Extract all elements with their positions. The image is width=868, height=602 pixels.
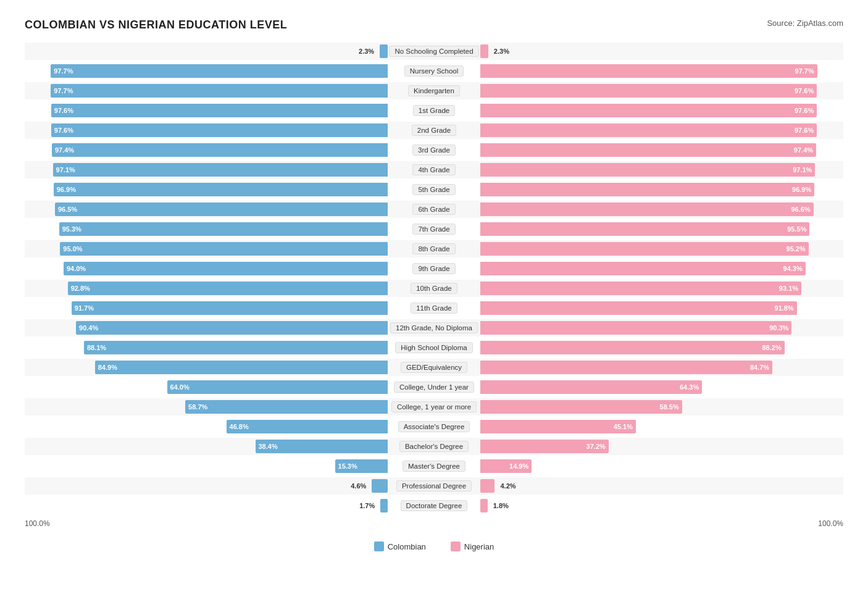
left-section: 58.7% bbox=[25, 400, 388, 414]
left-section: 88.1% bbox=[25, 341, 388, 354]
blue-value: 97.6% bbox=[51, 107, 77, 114]
blue-value: 64.0% bbox=[167, 383, 193, 391]
bar-row: 88.1%High School Diploma88.2% bbox=[25, 339, 843, 356]
bar-row: 4.6%Professional Degree4.2% bbox=[25, 477, 843, 495]
right-section: 91.8% bbox=[480, 301, 843, 315]
left-section: 91.7% bbox=[25, 301, 388, 315]
left-section: 97.7% bbox=[25, 84, 388, 98]
bar-row: 96.5%6th Grade96.6% bbox=[25, 201, 843, 218]
left-section: 96.9% bbox=[25, 183, 388, 196]
bar-row: 1.7%Doctorate Degree1.8% bbox=[25, 497, 843, 514]
bar-row: 97.7%Kindergarten97.6% bbox=[25, 82, 843, 99]
right-section: 95.5% bbox=[480, 222, 843, 236]
chart-legend: Colombian Nigerian bbox=[25, 541, 843, 551]
center-label: Master's Degree bbox=[403, 461, 465, 472]
legend-box-blue bbox=[374, 541, 384, 551]
right-section: 1.8% bbox=[480, 499, 843, 512]
blue-value: 97.7% bbox=[51, 67, 76, 75]
right-section: 97.7% bbox=[480, 64, 843, 78]
right-section: 97.6% bbox=[480, 84, 843, 98]
right-section: 84.7% bbox=[480, 361, 843, 374]
pink-value: 97.1% bbox=[790, 166, 815, 173]
chart-header: COLOMBIAN VS NIGERIAN EDUCATION LEVEL So… bbox=[25, 19, 843, 31]
center-label: 1st Grade bbox=[413, 105, 456, 116]
blue-value: 88.1% bbox=[84, 344, 109, 351]
pink-value: 95.5% bbox=[784, 225, 809, 233]
pink-value: 2.3% bbox=[491, 48, 509, 55]
pink-value: 1.8% bbox=[490, 502, 509, 509]
blue-value: 15.3% bbox=[335, 462, 361, 470]
right-section: 97.6% bbox=[480, 104, 843, 117]
blue-value: 46.8% bbox=[227, 423, 252, 430]
bar-row: 97.6%1st Grade97.6% bbox=[25, 102, 843, 119]
pink-value: 96.6% bbox=[788, 206, 813, 213]
bar-row: 38.4%Bachelor's Degree37.2% bbox=[25, 438, 843, 455]
pink-value: 84.7% bbox=[747, 364, 772, 371]
pink-value: 97.4% bbox=[791, 146, 816, 154]
right-section: 2.3% bbox=[480, 44, 843, 58]
right-section: 90.3% bbox=[480, 321, 843, 335]
blue-value: 95.0% bbox=[60, 245, 85, 253]
left-section: 97.6% bbox=[25, 123, 388, 137]
right-section: 97.1% bbox=[480, 163, 843, 177]
bar-row: 15.3%Master's Degree14.9% bbox=[25, 458, 843, 475]
center-label: No Schooling Completed bbox=[389, 46, 478, 57]
blue-value: 90.4% bbox=[76, 324, 101, 332]
blue-value: 96.9% bbox=[54, 186, 79, 193]
pink-value: 45.1% bbox=[611, 423, 636, 430]
bar-row: 97.4%3rd Grade97.4% bbox=[25, 141, 843, 159]
axis-row: 100.0% 100.0% bbox=[25, 517, 843, 530]
center-label: Kindergarten bbox=[408, 85, 460, 96]
bar-row: 58.7%College, 1 year or more58.5% bbox=[25, 398, 843, 416]
bar-row: 97.7%Nursery School97.7% bbox=[25, 62, 843, 80]
chart-area: 2.3%No Schooling Completed2.3%97.7%Nurse… bbox=[25, 43, 843, 514]
center-label: Professional Degree bbox=[396, 480, 472, 491]
center-label: 7th Grade bbox=[412, 224, 455, 235]
legend-label-colombian: Colombian bbox=[388, 542, 426, 551]
blue-value: 96.5% bbox=[55, 206, 80, 213]
right-section: 45.1% bbox=[480, 420, 843, 433]
blue-value: 92.8% bbox=[68, 285, 93, 292]
pink-value: 91.8% bbox=[772, 304, 797, 312]
left-section: 97.6% bbox=[25, 104, 388, 117]
blue-value: 97.1% bbox=[53, 166, 78, 173]
pink-value: 97.6% bbox=[791, 107, 817, 114]
right-section: 58.5% bbox=[480, 400, 843, 414]
blue-value: 2.3% bbox=[359, 48, 377, 55]
bar-row: 97.1%4th Grade97.1% bbox=[25, 161, 843, 178]
right-section: 94.3% bbox=[480, 262, 843, 275]
pink-value: 97.6% bbox=[791, 87, 817, 94]
left-section: 46.8% bbox=[25, 420, 388, 433]
pink-value: 64.3% bbox=[677, 383, 702, 391]
center-label: College, 1 year or more bbox=[391, 401, 477, 412]
legend-item-nigerian: Nigerian bbox=[451, 541, 494, 551]
right-section: 88.2% bbox=[480, 341, 843, 354]
center-label: 9th Grade bbox=[412, 263, 455, 274]
pink-value: 97.7% bbox=[792, 67, 817, 75]
blue-value: 91.7% bbox=[72, 304, 97, 312]
chart-container: COLOMBIAN VS NIGERIAN EDUCATION LEVEL So… bbox=[12, 12, 856, 558]
axis-label-left: 100.0% bbox=[25, 519, 50, 528]
pink-value: 94.3% bbox=[780, 265, 806, 272]
center-label: 8th Grade bbox=[412, 243, 455, 254]
center-label: Nursery School bbox=[404, 65, 464, 77]
left-section: 84.9% bbox=[25, 361, 388, 374]
legend-item-colombian: Colombian bbox=[374, 541, 426, 551]
blue-value: 94.0% bbox=[64, 265, 89, 272]
pink-value: 88.2% bbox=[759, 344, 784, 351]
left-section: 4.6% bbox=[25, 479, 388, 493]
left-section: 96.5% bbox=[25, 203, 388, 216]
left-section: 90.4% bbox=[25, 321, 388, 335]
left-section: 1.7% bbox=[25, 499, 388, 512]
center-label: College, Under 1 year bbox=[394, 382, 474, 393]
center-label: 10th Grade bbox=[411, 283, 457, 294]
left-section: 15.3% bbox=[25, 459, 388, 473]
blue-value: 84.9% bbox=[95, 364, 120, 371]
right-section: 95.2% bbox=[480, 242, 843, 256]
bar-row: 84.9%GED/Equivalency84.7% bbox=[25, 359, 843, 376]
bar-row: 96.9%5th Grade96.9% bbox=[25, 181, 843, 198]
center-label: 11th Grade bbox=[411, 303, 457, 314]
center-label: Doctorate Degree bbox=[401, 500, 468, 511]
right-section: 14.9% bbox=[480, 459, 843, 473]
center-label: High School Diploma bbox=[395, 342, 472, 353]
